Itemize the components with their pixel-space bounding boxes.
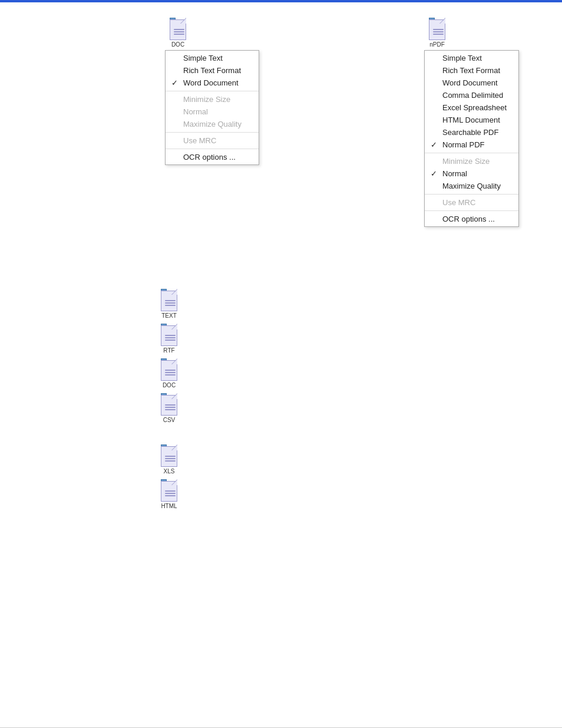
menu-divider-2 xyxy=(166,132,259,133)
menu-item-comma-delimited[interactable]: Comma Delimited xyxy=(425,89,518,101)
menu-item-simple-text[interactable]: Simple Text xyxy=(166,52,259,64)
menu-item-maximize-quality: Maximize Quality xyxy=(166,118,259,130)
text-file-icon[interactable]: TEXT xyxy=(156,289,182,319)
line2 xyxy=(433,31,444,32)
csv-file-icon[interactable]: CSV xyxy=(156,393,182,423)
left-dropdown-menu: Simple Text Rich Text Format Word Docume… xyxy=(165,50,259,165)
menu-item-normal-r[interactable]: Normal xyxy=(425,167,518,180)
doc-icon-label: DOC xyxy=(171,41,184,48)
bottom-icons-section: TEXT RTF xyxy=(156,289,182,509)
menu-item-rich-text-format-r[interactable]: Rich Text Format xyxy=(425,64,518,77)
menu-divider-1 xyxy=(166,91,259,91)
menu-item-normal: Normal xyxy=(166,106,259,118)
menu-item-ocr-options-r[interactable]: OCR options ... xyxy=(425,213,518,225)
line1 xyxy=(174,29,184,30)
npdf-file-icon[interactable]: nPDF xyxy=(424,18,450,48)
rtf-icon-label: RTF xyxy=(163,347,174,354)
line3 xyxy=(174,34,184,35)
npdf-icon-fold xyxy=(439,18,445,24)
menu-item-use-mrc: Use MRC xyxy=(166,134,259,147)
menu-item-rich-text-format[interactable]: Rich Text Format xyxy=(166,64,259,77)
html-icon-label: HTML xyxy=(161,503,177,509)
npdf-icon-label: nPDF xyxy=(429,41,445,48)
right-dropdown-menu: Simple Text Rich Text Format Word Docume… xyxy=(424,50,519,227)
menu-item-normal-pdf[interactable]: Normal PDF xyxy=(425,139,518,151)
doc-bottom-label: DOC xyxy=(163,382,176,388)
xls-file-icon[interactable]: XLS xyxy=(156,444,182,475)
line3 xyxy=(433,34,444,35)
xls-icon-label: XLS xyxy=(164,468,175,475)
html-file-icon[interactable]: HTML xyxy=(156,479,182,509)
menu-item-use-mrc-r: Use MRC xyxy=(425,196,518,209)
npdf-icon-lines xyxy=(433,29,444,36)
menu-item-excel-spreadsheet[interactable]: Excel Spreadsheet xyxy=(425,101,518,114)
left-menu-group: DOC Simple Text Rich Text Format Word Do… xyxy=(165,18,259,227)
rtf-file-icon[interactable]: RTF xyxy=(156,324,182,354)
doc-file-icon-bottom[interactable]: DOC xyxy=(156,358,182,388)
menu-divider-r3 xyxy=(425,210,518,211)
menu-item-word-document[interactable]: Word Document xyxy=(166,77,259,89)
menu-divider-3 xyxy=(166,149,259,149)
menu-item-word-document-r[interactable]: Word Document xyxy=(425,77,518,89)
menu-item-minimize-size: Minimize Size xyxy=(166,93,259,106)
text-icon-label: TEXT xyxy=(161,312,177,319)
menu-item-searchable-pdf[interactable]: Searchable PDF xyxy=(425,126,518,139)
doc-icon-lines xyxy=(174,29,184,36)
menu-divider-r2 xyxy=(425,194,518,195)
top-border xyxy=(0,0,562,2)
line1 xyxy=(433,29,444,30)
menu-item-html-document[interactable]: HTML Document xyxy=(425,114,518,126)
menu-item-maximize-quality-r[interactable]: Maximize Quality xyxy=(425,180,518,192)
doc-file-icon[interactable]: DOC xyxy=(165,18,191,48)
line2 xyxy=(174,31,184,32)
spacer xyxy=(156,428,182,440)
doc-icon-fold xyxy=(180,18,186,24)
csv-icon-label: CSV xyxy=(163,417,176,423)
right-menu-group: nPDF Simple Text Rich Text Format Word D… xyxy=(424,18,519,227)
menu-item-ocr-options[interactable]: OCR options ... xyxy=(166,151,259,163)
top-section: DOC Simple Text Rich Text Format Word Do… xyxy=(0,18,562,227)
menu-item-simple-text-r[interactable]: Simple Text xyxy=(425,52,518,64)
menu-divider-r1 xyxy=(425,153,518,153)
menu-item-minimize-size-r: Minimize Size xyxy=(425,155,518,167)
